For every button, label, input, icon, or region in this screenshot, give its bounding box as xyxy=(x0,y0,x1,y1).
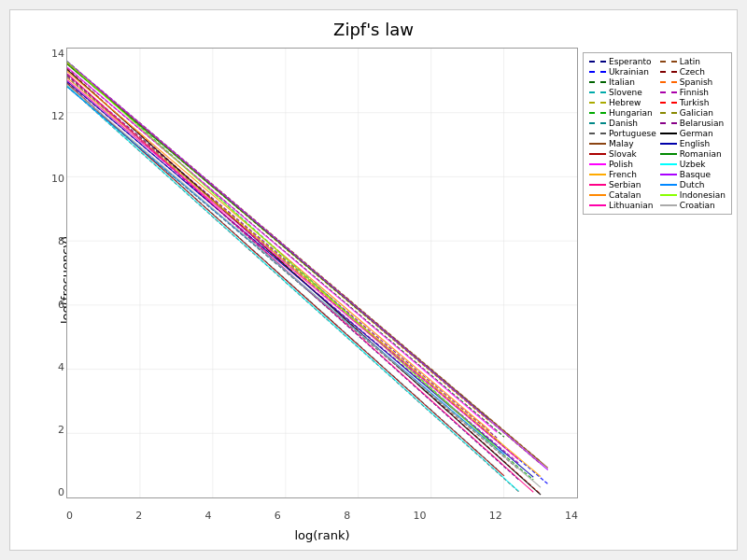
legend-line-color xyxy=(660,194,677,196)
legend-item: Turkish xyxy=(660,98,726,107)
x-tick: 4 xyxy=(205,510,212,522)
legend-label: Belarusian xyxy=(680,119,725,128)
legend-item: Croatian xyxy=(660,201,726,210)
legend-label: Portuguese xyxy=(609,129,656,138)
legend-item: Romanian xyxy=(660,149,726,159)
legend-item: Malay xyxy=(589,139,656,148)
legend-line-color xyxy=(589,184,606,186)
zipf-curve xyxy=(67,85,541,487)
x-axis-label: log(rank) xyxy=(66,528,578,542)
legend-label: French xyxy=(609,170,637,179)
legend-label: Uzbek xyxy=(680,160,706,169)
legend-item: Ukrainian xyxy=(589,67,656,77)
legend-item: Spanish xyxy=(660,77,726,87)
legend-label: Indonesian xyxy=(680,190,726,200)
legend-line-color xyxy=(589,153,606,155)
legend-item: French xyxy=(589,170,656,179)
zipf-curve xyxy=(67,63,497,448)
legend-label: Turkish xyxy=(680,98,710,107)
legend-item: German xyxy=(660,129,726,138)
legend-item: Uzbek xyxy=(660,160,726,169)
chart-legend: EsperantoLatinUkrainianCzechItalianSpani… xyxy=(583,52,732,215)
legend-item: Czech xyxy=(660,67,726,77)
legend-label: Romanian xyxy=(680,149,722,159)
legend-item: Dutch xyxy=(660,180,726,189)
legend-label: Italian xyxy=(609,77,635,87)
legend-label: Basque xyxy=(680,170,711,179)
legend-item: Slovak xyxy=(589,149,656,159)
legend-line-color xyxy=(589,204,606,206)
legend-label: Ukrainian xyxy=(609,67,649,77)
legend-item: Serbian xyxy=(589,180,656,189)
legend-label: Catalan xyxy=(609,190,641,200)
legend-label: Hungarian xyxy=(609,108,653,118)
legend-item: Indonesian xyxy=(660,190,726,200)
zipf-curve xyxy=(67,62,548,470)
legend-line-color xyxy=(660,61,677,63)
legend-item: Finnish xyxy=(660,88,726,97)
legend-line-color xyxy=(660,71,677,73)
legend-label: Latin xyxy=(680,57,700,66)
zipf-curve xyxy=(67,76,497,438)
y-tick: 4 xyxy=(58,361,64,373)
y-tick: 10 xyxy=(51,173,64,185)
legend-label: Hebrew xyxy=(609,98,641,107)
legend-line-color xyxy=(660,174,677,175)
legend-label: Czech xyxy=(680,67,705,77)
legend-label: Malay xyxy=(609,139,634,148)
legend-item: Hungarian xyxy=(589,108,656,118)
chart-plot-area xyxy=(66,48,578,498)
y-tick: 0 xyxy=(58,486,64,498)
x-tick: 8 xyxy=(344,510,350,522)
legend-line-color xyxy=(589,61,606,63)
legend-item: Hebrew xyxy=(589,98,656,107)
legend-item: Belarusian xyxy=(660,119,726,128)
legend-item: Polish xyxy=(589,160,656,169)
legend-line-color xyxy=(589,163,606,165)
y-tick: 14 xyxy=(51,48,64,60)
y-tick: 8 xyxy=(58,235,64,247)
legend-label: English xyxy=(680,139,711,148)
legend-label: Polish xyxy=(609,160,633,169)
x-tick: 10 xyxy=(413,510,426,522)
legend-label: Slovak xyxy=(609,149,637,159)
legend-label: German xyxy=(680,129,713,138)
legend-line-color xyxy=(589,174,606,175)
chart-title: Zipf's law xyxy=(10,10,737,39)
legend-item: Lithuanian xyxy=(589,201,656,210)
legend-item: Basque xyxy=(660,170,726,179)
legend-label: Finnish xyxy=(680,88,709,97)
chart-container: Zipf's law log(frecuency) log(rank) 1412… xyxy=(9,9,738,551)
zipf-curve xyxy=(67,67,497,432)
legend-item: Slovene xyxy=(589,88,656,97)
x-tick: 6 xyxy=(275,510,281,522)
legend-line-color xyxy=(660,163,677,165)
legend-item: English xyxy=(660,139,726,148)
legend-line-color xyxy=(660,81,677,83)
legend-line-color xyxy=(660,122,677,124)
x-axis-ticks: 02468101214 xyxy=(66,510,578,522)
legend-line-color xyxy=(660,204,677,206)
legend-line-color xyxy=(660,184,677,186)
legend-item: Danish xyxy=(589,119,656,128)
legend-line-color xyxy=(660,133,677,134)
legend-item: Latin xyxy=(660,57,726,66)
zipf-curve xyxy=(67,80,519,460)
legend-item: Italian xyxy=(589,77,656,87)
x-tick: 0 xyxy=(66,510,73,522)
zipf-curve xyxy=(67,86,519,491)
legend-line-color xyxy=(589,194,606,196)
legend-label: Esperanto xyxy=(609,57,652,66)
legend-line-color xyxy=(660,143,677,145)
y-tick: 6 xyxy=(58,299,64,311)
legend-item: Catalan xyxy=(589,190,656,200)
legend-line-color xyxy=(660,112,677,114)
legend-label: Dutch xyxy=(680,180,705,189)
x-tick: 14 xyxy=(565,510,578,522)
legend-line-color xyxy=(660,91,677,93)
y-tick: 2 xyxy=(58,424,64,436)
legend-label: Danish xyxy=(609,119,638,128)
y-tick: 12 xyxy=(51,110,64,122)
legend-line-color xyxy=(589,91,606,93)
legend-line-color xyxy=(589,143,606,145)
